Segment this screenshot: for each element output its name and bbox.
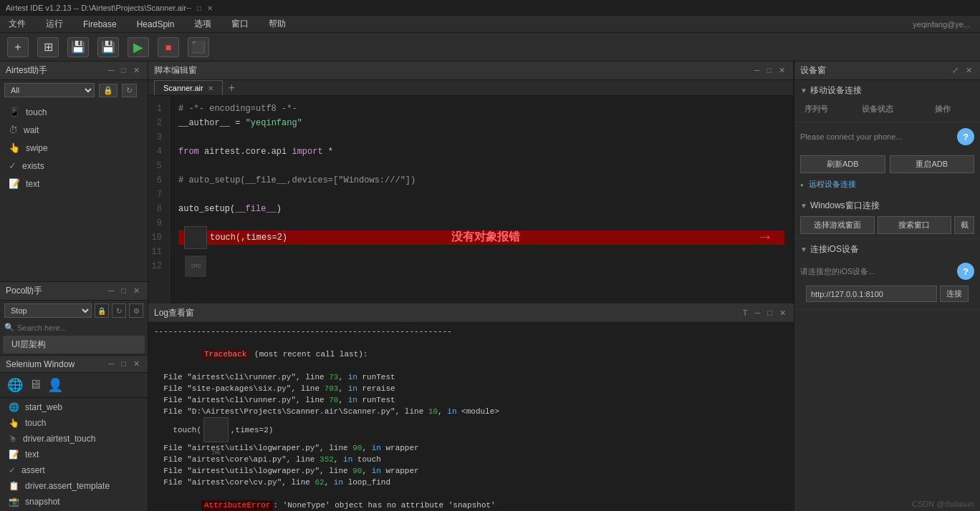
code-line-5 [178, 159, 784, 173]
close-panel-icon[interactable]: ✕ [131, 65, 142, 76]
device-expand-icon[interactable]: ⤢ [950, 65, 961, 76]
selenium-person-icon[interactable]: 👤 [47, 377, 63, 393]
editor-close-icon[interactable]: ✕ [777, 65, 787, 76]
menu-headspin[interactable]: HeadSpin [133, 18, 179, 31]
minimize-btn[interactable]: ─ [186, 4, 191, 12]
poco-mode-select[interactable]: Stop [4, 303, 92, 318]
close-btn[interactable]: ✕ [207, 4, 213, 12]
log-close-icon[interactable]: ✕ [777, 308, 788, 318]
airtest-item-swipe[interactable]: 👆 swipe [0, 139, 148, 157]
restart-adb-btn[interactable]: 重启ADB [890, 155, 975, 173]
sel-minimize-icon[interactable]: ─ [107, 359, 117, 369]
sel-item-touch[interactable]: 👆 touch [0, 415, 148, 431]
log-float-icon[interactable]: □ [765, 308, 774, 318]
airtest-filter-select[interactable]: All [4, 83, 95, 97]
adb-btn-row: 刷新ADB 重启ADB [794, 151, 980, 177]
save-button[interactable]: 💾 [67, 37, 89, 57]
assert-label: assert [21, 465, 45, 475]
editor-float-icon[interactable]: □ [764, 65, 774, 76]
new-button[interactable]: + [7, 37, 29, 57]
poco-lock-btn[interactable]: 🔒 [95, 303, 109, 318]
line-num-7: 7 [151, 188, 166, 202]
touch-label: touch [26, 107, 47, 117]
menu-options[interactable]: 选项 [190, 16, 216, 31]
ios-section-title: ▼ 连接iOS设备 [800, 243, 974, 256]
help-btn[interactable]: ? [957, 128, 974, 145]
device-close-icon[interactable]: ✕ [964, 65, 974, 76]
tab-close-icon[interactable]: ✕ [208, 84, 213, 92]
sel-item-start-web[interactable]: 🌐 start_web [0, 399, 148, 415]
code-line-12 [178, 259, 784, 273]
maximize-btn[interactable]: □ [197, 4, 201, 12]
remote-label: 远程设备连接 [809, 180, 856, 188]
tab-scanner[interactable]: Scanner.air ✕ [154, 80, 223, 95]
ios-connect-btn[interactable]: 连接 [940, 286, 969, 302]
tab-add-button[interactable]: + [229, 82, 235, 94]
menu-file[interactable]: 文件 [4, 16, 30, 31]
airtest-item-text[interactable]: 📝 text [0, 175, 148, 193]
log-clear-icon[interactable]: T [741, 308, 750, 318]
float-panel-icon[interactable]: □ [119, 65, 128, 76]
select-game-window-btn[interactable]: 选择游戏窗面 [800, 216, 875, 234]
save-as-button[interactable]: 💾 [97, 37, 119, 57]
sel-item-assert[interactable]: ✓ assert [0, 462, 148, 478]
editor-minimize-icon[interactable]: ─ [752, 65, 762, 76]
code-file: __file__ [235, 202, 277, 216]
ios-connect-msg-row: 请连接您的iOS设备... ? [800, 260, 974, 283]
sel-item-text[interactable]: 📝 text [0, 447, 148, 462]
grid-button[interactable]: ⊞ [37, 37, 59, 57]
poco-panel: Poco助手 ─ □ ✕ Stop 🔒 ↻ ⚙ 🔍 UI层架构 [0, 281, 148, 355]
poco-float-icon[interactable]: □ [119, 286, 128, 296]
poco-close-icon[interactable]: ✕ [131, 286, 142, 296]
line-num-1: 1 [151, 102, 166, 116]
line-num-9: 9 [151, 216, 166, 230]
airtest-item-wait[interactable]: ⏱ wait [0, 121, 148, 139]
menu-firebase[interactable]: Firebase [79, 18, 121, 31]
code-line-11 [178, 245, 784, 259]
sel-float-icon[interactable]: □ [119, 359, 128, 369]
poco-minimize-icon[interactable]: ─ [107, 286, 117, 296]
airtest-icon-btn2[interactable]: ↻ [122, 84, 137, 97]
play-button[interactable]: ▶ [128, 37, 149, 57]
selenium-globe-icon[interactable]: 🌐 [7, 377, 23, 393]
ios-connect-msg: 请连接您的iOS设备... [800, 266, 875, 277]
line-num-12: 12 [151, 259, 166, 273]
remote-device-link[interactable]: ● 远程设备连接 [794, 177, 980, 191]
swipe-icon: 👆 [9, 142, 20, 153]
code-content[interactable]: # -*- encoding=utf8 -*- __author__ = "ye… [170, 96, 793, 303]
record-button[interactable]: ⬛ [188, 37, 209, 57]
code-auto-setup: auto_setup( [178, 202, 235, 216]
minimize-panel-icon[interactable]: ─ [107, 65, 117, 76]
ios-input-row: 连接 [800, 283, 974, 305]
search-window-btn[interactable]: 搜索窗口 [878, 216, 952, 234]
sel-item-snapshot[interactable]: 📸 snapshot [0, 494, 148, 510]
editor-title: 脚本编辑窗 [154, 64, 197, 77]
refresh-adb-btn[interactable]: 刷新ADB [800, 155, 885, 173]
left-panel: Airtest助手 ─ □ ✕ All 🔒 ↻ 📱 touch ⏱ wait [0, 62, 148, 511]
airtest-item-exists[interactable]: ✓ exists [0, 157, 148, 175]
ui-tree-item[interactable]: UI层架构 [3, 336, 145, 354]
windows-section-title: ▼ Windows窗口连接 [800, 200, 974, 212]
poco-settings-btn[interactable]: ⚙ [129, 303, 143, 318]
menu-help[interactable]: 帮助 [264, 16, 290, 31]
log-api: File "airtest\core\api.py", line 352, in… [154, 454, 788, 465]
poco-search-input[interactable] [17, 323, 143, 332]
sel-item-assert-template[interactable]: 📋 driver.assert_template [0, 478, 148, 494]
window-controls[interactable]: ─ □ ✕ [186, 4, 213, 12]
stop-button[interactable]: ■ [158, 37, 179, 57]
ios-url-input[interactable] [806, 286, 937, 302]
mobile-section-title: ▼ 移动设备连接 [800, 84, 974, 97]
sel-close-icon[interactable]: ✕ [131, 359, 142, 369]
poco-refresh-btn[interactable]: ↻ [112, 303, 126, 318]
editor-header: 脚本编辑窗 ─ □ ✕ [148, 62, 793, 80]
log-minimize-icon[interactable]: ─ [753, 308, 763, 318]
airtest-item-touch[interactable]: 📱 touch [0, 103, 148, 121]
selenium-cursor-icon[interactable]: 🖥 [29, 377, 42, 393]
menu-run[interactable]: 运行 [42, 16, 67, 31]
menu-window[interactable]: 窗口 [227, 16, 253, 31]
sel-item-driver-touch[interactable]: 🖱 driver.airtest_touch [0, 431, 148, 447]
device-header-icons: ⤢ ✕ [950, 65, 974, 76]
ios-help-btn[interactable]: ? [957, 263, 974, 280]
screenshot-btn[interactable]: 截 [954, 216, 974, 234]
airtest-icon-btn1[interactable]: 🔒 [99, 84, 117, 97]
